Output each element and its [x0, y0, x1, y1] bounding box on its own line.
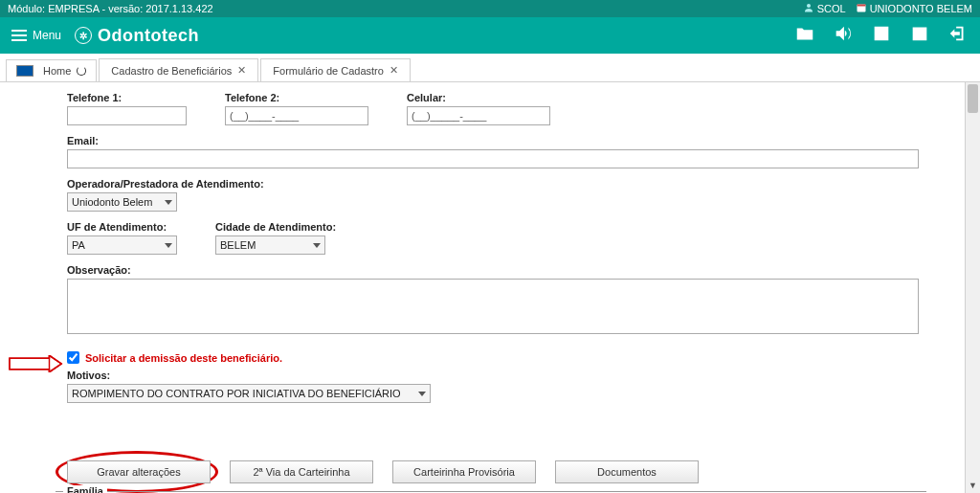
cidade-value: BELEM: [220, 239, 256, 251]
content-area: Telefone 1: Telefone 2: Celular: Email: …: [0, 82, 980, 493]
refresh-icon[interactable]: [77, 66, 86, 76]
vertical-scrollbar[interactable]: ▲ ▼: [965, 82, 980, 493]
badge-icon: [856, 2, 867, 15]
chevron-down-icon: [313, 243, 321, 248]
solicitar-demissao-label: Solicitar a demissão deste beneficiário.: [85, 352, 282, 364]
tab-strip: Home Cadastro de Beneficiários ✕ Formulá…: [0, 54, 980, 82]
svg-rect-2: [857, 5, 865, 7]
email-label: Email:: [67, 135, 919, 146]
telefone2-input[interactable]: [225, 106, 368, 125]
motivos-label: Motivos:: [67, 370, 917, 381]
hamburger-icon: [11, 30, 27, 41]
module-version-text: Módulo: EMPRESA - versão: 2017.1.13.422: [8, 3, 213, 14]
app-logo: ✲ Odontotech: [75, 26, 199, 46]
calendar-icon[interactable]: [909, 23, 930, 48]
status-bar-right: SCOL UNIODONTO BELEM: [803, 2, 972, 15]
chevron-down-icon: [165, 200, 172, 205]
person-icon: [803, 2, 814, 15]
telefone1-label: Telefone 1:: [67, 92, 187, 103]
menu-button[interactable]: Menu: [11, 29, 61, 42]
folder-icon[interactable]: [794, 23, 815, 48]
user2-label: UNIODONTO BELEM: [870, 3, 972, 14]
scrollbar-thumb[interactable]: [968, 84, 978, 113]
carteirinha-provisoria-button[interactable]: Carteirinha Provisória: [392, 460, 536, 483]
chevron-down-icon: [165, 243, 172, 248]
logout-icon[interactable]: [947, 23, 969, 48]
solicitar-demissao-checkbox[interactable]: [67, 351, 79, 364]
form-body: Telefone 1: Telefone 2: Celular: Email: …: [0, 82, 965, 493]
cidade-label: Cidade de Atendimento:: [215, 221, 336, 233]
status-bar: Módulo: EMPRESA - versão: 2017.1.13.422 …: [0, 0, 980, 17]
tab-home[interactable]: Home: [6, 59, 97, 81]
news-icon[interactable]: [871, 23, 892, 48]
familia-legend: Família: [63, 485, 107, 493]
close-icon[interactable]: ✕: [390, 64, 398, 77]
user-badge-2[interactable]: UNIODONTO BELEM: [856, 2, 972, 15]
telefone1-input[interactable]: [67, 106, 187, 125]
close-icon[interactable]: ✕: [237, 64, 246, 77]
user1-label: SCOL: [817, 3, 846, 14]
cidade-select[interactable]: BELEM: [215, 235, 325, 255]
sound-icon[interactable]: [833, 23, 854, 48]
segunda-via-carteirinha-button[interactable]: 2ª Via da Carteirinha: [230, 460, 373, 483]
tab-formulario-cadastro[interactable]: Formulário de Cadastro ✕: [260, 58, 411, 81]
tab-cadastro-beneficiarios[interactable]: Cadastro de Beneficiários ✕: [99, 58, 258, 81]
scroll-down-arrow-icon[interactable]: ▼: [966, 478, 980, 493]
header-toolbar: [794, 23, 969, 48]
svg-point-0: [807, 4, 811, 8]
observacao-textarea[interactable]: [67, 279, 919, 334]
uf-value: PA: [72, 239, 85, 251]
header-bar: Menu ✲ Odontotech: [0, 17, 980, 54]
chevron-down-icon: [418, 392, 426, 396]
user-badge-1[interactable]: SCOL: [803, 2, 846, 15]
motivos-value: ROMPIMENTO DO CONTRATO POR INICIATIVA DO…: [72, 388, 401, 399]
operadora-select[interactable]: Uniodonto Belem: [67, 192, 177, 212]
uf-label: UF de Atendimento:: [67, 221, 177, 233]
flag-icon: [16, 65, 33, 77]
celular-label: Celular:: [407, 92, 550, 103]
motivos-select[interactable]: ROMPIMENTO DO CONTRATO POR INICIATIVA DO…: [67, 384, 431, 403]
observacao-label: Observação:: [67, 264, 919, 276]
tab2-label: Formulário de Cadastro: [273, 65, 384, 77]
email-input[interactable]: [67, 149, 919, 168]
logo-circle-icon: ✲: [75, 27, 92, 44]
logo-text: Odontotech: [98, 26, 199, 46]
gravar-alteracoes-button[interactable]: Gravar alterações: [67, 460, 211, 483]
documentos-button[interactable]: Documentos: [555, 460, 699, 483]
operadora-value: Uniodonto Belem: [72, 196, 152, 208]
tab-home-label: Home: [43, 65, 71, 77]
operadora-label: Operadora/Prestadora de Atendimento:: [67, 178, 264, 190]
celular-input[interactable]: [407, 106, 550, 125]
telefone2-label: Telefone 2:: [225, 92, 368, 103]
menu-label: Menu: [33, 29, 61, 42]
uf-select[interactable]: PA: [67, 235, 177, 255]
tab1-label: Cadastro de Beneficiários: [111, 65, 232, 77]
